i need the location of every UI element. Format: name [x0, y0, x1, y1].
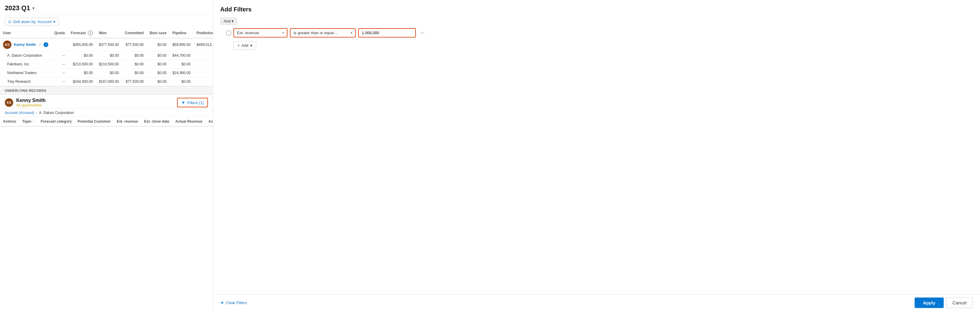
avatar: KS	[5, 98, 13, 107]
filter-operator-dropdown[interactable]: Is greater than or equal ... ▾	[290, 28, 356, 38]
user-best-case: $0.00	[147, 38, 170, 51]
sub-prediction: --	[194, 78, 213, 86]
cancel-button[interactable]: Cancel	[946, 298, 973, 308]
user-quota	[51, 38, 68, 51]
sub-prediction: --	[194, 60, 213, 69]
col-actions: Actions	[0, 117, 19, 126]
sub-best-case: $0.00	[147, 51, 170, 60]
col-prediction: Prediction	[194, 28, 213, 38]
sub-pipeline: $24,995.00	[170, 69, 194, 78]
col-pipeline: Pipeline	[170, 28, 194, 38]
underlying-label: UNDERLYING RECORDS	[5, 89, 46, 92]
sub-account-name: Northwind Traders	[0, 69, 51, 78]
filter-value-input[interactable]	[358, 28, 416, 38]
user-name[interactable]: Kenny Smith	[14, 43, 36, 47]
sub-account-name: Trey Research	[0, 78, 51, 86]
filter-field-label: Est. revenue	[237, 30, 259, 35]
filter-checkbox[interactable]	[226, 30, 231, 35]
col-potential-customer: Potential Customer	[75, 117, 114, 126]
col-est-close-date: Est. close date	[141, 117, 172, 126]
add-icon: +	[237, 43, 240, 48]
sub-won: $167,000.00	[96, 78, 122, 86]
bottom-actions: Apply Cancel	[915, 298, 973, 308]
col-forecast-category: Forecast category	[38, 117, 75, 126]
avatar: KS	[3, 40, 11, 49]
add-filters-panel: Add Filters And ▾ Est. revenue ▾ Is grea…	[213, 0, 980, 311]
col-committed: Committed	[122, 28, 147, 38]
sub-pipeline: $0.00	[170, 60, 194, 69]
user-won: $377,500.00	[96, 38, 122, 51]
drill-down-label: Drill down by: Account	[13, 19, 52, 24]
external-link-icon[interactable]: ↗	[38, 43, 41, 47]
underlying-user-sub: All opportunities	[16, 103, 46, 107]
filter-funnel-icon: ▼	[220, 300, 224, 305]
breadcrumb-parent[interactable]: Account (Account)	[5, 111, 34, 115]
add-label: Add	[242, 43, 248, 48]
breadcrumb: Account (Account) › A. Datum Corporation	[0, 109, 213, 117]
target-icon: ⊙	[8, 19, 11, 24]
sub-forecast: $0.00	[68, 69, 96, 78]
table-row: Northwind Traders -- $0.00 $0.00 $0.00 $…	[0, 69, 213, 78]
sub-best-case: $0.00	[147, 60, 170, 69]
add-filter-row: + Add ▾	[234, 41, 973, 50]
sub-account-name: Fabrikam, Inc.	[0, 60, 51, 69]
add-filters-title: Add Filters	[220, 6, 973, 13]
sub-prediction: --	[194, 69, 213, 78]
sub-committed: $0.00	[122, 60, 147, 69]
col-forecast: Forecast i	[68, 28, 96, 38]
user-info-icon[interactable]: i	[43, 42, 48, 47]
apply-button[interactable]: Apply	[915, 298, 944, 308]
opportunities-table-container: Actions Topic ↑ Forecast category Potent…	[0, 117, 213, 311]
col-won: Won	[96, 28, 122, 38]
sub-won: $210,500.00	[96, 60, 122, 69]
and-badge-button[interactable]: And ▾	[220, 18, 237, 25]
filter-field-chevron-icon: ▾	[282, 31, 284, 35]
underlying-user-name: Kenny Smith	[16, 98, 46, 103]
filter-bottom-bar: ▼ Clear Filters Apply Cancel	[213, 294, 980, 311]
sub-won: $0.00	[96, 69, 122, 78]
period-chevron-icon[interactable]: ▾	[32, 6, 35, 11]
user-prediction: $499,013.25	[194, 38, 213, 51]
filter-op-chevron-icon: ▾	[351, 31, 352, 35]
sub-quota: --	[51, 51, 68, 60]
sub-pipeline: $44,700.00	[170, 51, 194, 60]
and-label: And	[224, 19, 231, 24]
underlying-user-info: KS Kenny Smith All opportunities	[5, 98, 46, 107]
filter-field-dropdown[interactable]: Est. revenue ▾	[234, 28, 288, 38]
drill-down-bar: ⊙ Drill down by: Account ▾	[0, 15, 213, 28]
sub-forecast: $210,500.00	[68, 60, 96, 69]
filter-and-row: And ▾	[220, 18, 973, 25]
forecast-info-icon[interactable]: i	[88, 30, 93, 35]
col-actual-close-d: Actual Close D	[205, 117, 213, 126]
user-committed: $77,500.00	[122, 38, 147, 51]
col-actual-revenue: Actual Revenue	[172, 117, 205, 126]
sub-pipeline: $0.00	[170, 78, 194, 86]
sub-committed: $0.00	[122, 51, 147, 60]
filter-icon: ▼	[181, 100, 185, 105]
drill-chevron-icon: ▾	[53, 19, 56, 24]
opp-table-header: Actions Topic ↑ Forecast category Potent…	[0, 117, 213, 126]
filter-op-label: Is greater than or equal ...	[293, 30, 338, 35]
underlying-user-row: KS Kenny Smith All opportunities ▼ Filte…	[0, 95, 213, 109]
filters-button[interactable]: ▼ Filters (1)	[177, 98, 208, 107]
sub-quota: --	[51, 60, 68, 69]
period-title: 2023 Q1	[5, 4, 30, 12]
add-filter-button[interactable]: + Add ▾	[234, 41, 256, 50]
table-row: A. Datum Corporation -- $0.00 $0.00 $0.0…	[0, 51, 213, 60]
sub-won: $0.00	[96, 51, 122, 60]
underlying-header-bar: UNDERLYING RECORDS	[0, 86, 213, 95]
forecast-table-header: User Quota Forecast i Won Committed Best…	[0, 28, 213, 38]
sub-committed: $77,500.00	[122, 78, 147, 86]
sort-icon: ↑	[33, 120, 35, 123]
filter-more-button[interactable]: ···	[418, 29, 426, 36]
table-row: Trey Research -- $244,500.00 $167,000.00…	[0, 78, 213, 86]
col-est-revenue: Est. revenue	[114, 117, 141, 126]
table-row: KS Kenny Smith ↗ i $455,000.00 $377,500.…	[0, 38, 213, 51]
period-header: 2023 Q1 ▾	[0, 0, 213, 15]
user-forecast: $455,000.00	[68, 38, 96, 51]
drill-down-button[interactable]: ⊙ Drill down by: Account ▾	[5, 18, 59, 26]
col-user: User	[0, 28, 51, 38]
sub-quota: --	[51, 78, 68, 86]
table-row: Fabrikam, Inc. -- $210,500.00 $210,500.0…	[0, 60, 213, 69]
clear-filters-button[interactable]: ▼ Clear Filters	[220, 300, 247, 305]
